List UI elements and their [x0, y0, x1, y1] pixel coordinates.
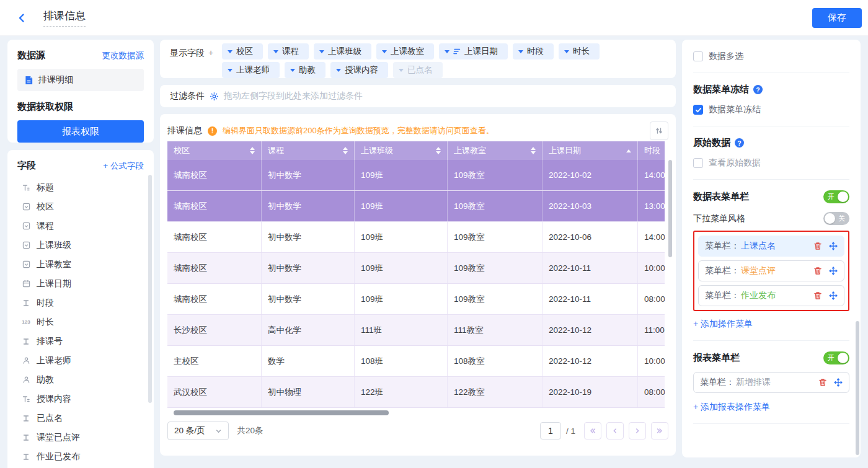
page-input[interactable]: 1 — [540, 422, 561, 439]
display-field-chip[interactable]: 课程 — [268, 43, 309, 60]
display-field-chip[interactable]: 时段 — [513, 43, 554, 60]
field-item[interactable]: 标题 — [17, 178, 144, 197]
field-item[interactable]: 课堂已点评 — [17, 428, 144, 447]
next-page-button[interactable] — [629, 422, 646, 439]
report-menu-toggle[interactable]: 开 — [823, 351, 849, 364]
field-item[interactable]: 上课教室 — [17, 255, 144, 274]
table-menu-toggle[interactable]: 开 — [823, 190, 849, 203]
report-permission-button[interactable]: 报表权限 — [17, 120, 144, 143]
freeze-checkbox-label: 数据菜单冻结 — [709, 104, 761, 115]
display-field-chip[interactable]: 上课班级 — [314, 43, 371, 60]
add-formula-field-link[interactable]: + 公式字段 — [103, 161, 144, 172]
add-report-menu-link[interactable]: + 添加报表操作菜单 — [693, 402, 770, 413]
page-total: / 1 — [566, 426, 575, 436]
schedule-table: 校区课程上课班级上课教室上课日期时段 城南校区初中数学109班109教室2022… — [167, 141, 665, 408]
settings-scrollbar[interactable] — [856, 321, 859, 455]
move-icon[interactable] — [829, 242, 838, 250]
column-header[interactable]: 上课日期 — [542, 141, 638, 160]
field-item[interactable]: 排课号 — [17, 332, 144, 351]
raw-data-checkbox-row[interactable]: 查看原始数据 — [693, 157, 849, 169]
datasource-item[interactable]: 排课明细 — [17, 69, 144, 91]
menu-item[interactable]: 菜单栏：作业发布 — [698, 285, 844, 306]
save-button[interactable]: 保存 — [812, 8, 862, 28]
chip-label: 时长 — [573, 46, 590, 57]
table-cell: 城南校区 — [167, 253, 262, 283]
table-row[interactable]: 武汉校区初中物理122班122教室2022-10-1908:00-0 — [167, 377, 665, 408]
display-field-chip[interactable]: 校区 — [222, 43, 263, 60]
column-header[interactable]: 课程 — [262, 141, 355, 160]
table-row[interactable]: 城南校区初中数学109班109教室2022-10-0614:00-1 — [167, 222, 665, 253]
add-menu-link[interactable]: + 添加操作菜单 — [693, 319, 753, 330]
first-page-button[interactable] — [584, 422, 601, 439]
menu-item[interactable]: 菜单栏：上课点名 — [698, 236, 844, 257]
add-display-field-button[interactable]: + — [208, 48, 213, 58]
back-button[interactable] — [16, 12, 27, 24]
column-header[interactable]: 时段 — [638, 141, 665, 160]
page-title[interactable]: 排课信息 — [43, 9, 86, 27]
table-row[interactable]: 城南校区初中数学109班109教室2022-10-1110:00-1 — [167, 253, 665, 284]
multi-select-checkbox[interactable] — [693, 51, 703, 61]
display-field-chip[interactable]: 时长 — [559, 43, 600, 60]
freeze-checkbox[interactable] — [693, 105, 703, 115]
display-field-chip[interactable]: 助教 — [285, 62, 326, 78]
field-item[interactable]: 上课日期 — [17, 274, 144, 293]
table-cell: 14:00-1 — [638, 160, 665, 190]
help-icon[interactable]: ? — [753, 85, 763, 94]
table-row[interactable]: 城南校区初中数学109班109教室2022-10-0214:00-1 — [167, 160, 665, 191]
filter-bar[interactable]: 过滤条件 拖动左侧字段到此处来添加过滤条件 — [160, 85, 676, 107]
move-icon[interactable] — [829, 267, 838, 275]
vertical-scrollbar[interactable] — [668, 160, 672, 257]
column-header[interactable]: 上课教室 — [448, 141, 542, 160]
freeze-checkbox-row[interactable]: 数据菜单冻结 — [693, 104, 849, 115]
display-field-chip[interactable]: 授课内容 — [330, 62, 388, 78]
field-item[interactable]: 作业已发布 — [17, 447, 144, 466]
move-icon[interactable] — [834, 378, 843, 387]
field-item[interactable]: 已点名 — [17, 408, 144, 428]
table-cell: 10:00-1 — [638, 346, 665, 376]
field-item[interactable]: 上课班级 — [17, 236, 144, 255]
dropdown-style-toggle[interactable]: 关 — [823, 212, 849, 225]
menu-item[interactable]: 菜单栏：课堂点评 — [698, 260, 844, 281]
field-item[interactable]: 校区 — [17, 197, 144, 216]
trash-icon[interactable] — [818, 378, 827, 387]
column-header[interactable]: 校区 — [167, 141, 262, 160]
table-row[interactable]: 城南校区初中数学109班109教室2022-10-1108:00-0 — [167, 284, 665, 315]
topbar: 排课信息 保存 — [0, 0, 868, 36]
multi-select-row[interactable]: 数据多选 — [693, 51, 849, 62]
field-item[interactable]: 助教 — [17, 370, 144, 389]
field-item[interactable]: 123时长 — [17, 312, 144, 332]
last-page-button[interactable] — [651, 422, 668, 439]
table-cell: 初中物理 — [262, 377, 355, 407]
trash-icon[interactable] — [813, 267, 822, 275]
table-cell: 初中数学 — [262, 191, 355, 221]
prev-page-button[interactable] — [606, 422, 624, 439]
horizontal-scrollbar[interactable] — [174, 410, 389, 415]
table-row[interactable]: 主校区数学108班108教室2022-10-1210:00-1 — [167, 346, 665, 377]
field-item[interactable]: 课程 — [17, 216, 144, 236]
display-field-chip[interactable]: 上课教室 — [376, 43, 434, 60]
gear-icon[interactable] — [210, 92, 219, 101]
display-field-chip[interactable]: 已点名 — [393, 62, 443, 78]
table-row[interactable]: 城南校区初中数学109班109教室2022-10-0313:00-1 — [167, 191, 665, 222]
sort-icon — [436, 147, 441, 154]
move-icon[interactable] — [829, 291, 838, 300]
field-item[interactable]: 上课老师 — [17, 351, 144, 370]
raw-data-checkbox[interactable] — [693, 158, 703, 168]
page-size-select[interactable]: 20 条/页 — [167, 422, 229, 440]
field-item[interactable]: 授课内容 — [17, 389, 144, 408]
field-item-label: 校区 — [37, 201, 54, 213]
display-field-chip[interactable]: 上课日期 — [439, 43, 508, 60]
display-field-chip[interactable]: 上课老师 — [222, 62, 280, 78]
trash-icon[interactable] — [813, 242, 822, 250]
trash-icon[interactable] — [813, 291, 822, 300]
menu-item[interactable]: 菜单栏：新增排课 — [693, 372, 849, 393]
table-cell: 城南校区 — [167, 191, 262, 221]
field-item[interactable]: 时段 — [17, 293, 144, 312]
help-icon[interactable]: ? — [735, 138, 744, 148]
change-datasource-link[interactable]: 更改数据源 — [102, 50, 144, 61]
column-header[interactable]: 上课班级 — [355, 141, 448, 160]
table-row[interactable]: 长沙校区高中化学111班111教室2022-10-1211:00-1 — [167, 315, 665, 346]
sort-toggle-button[interactable] — [650, 121, 668, 140]
toggle-on-label: 开 — [828, 353, 835, 363]
fields-scrollbar[interactable] — [148, 175, 152, 403]
